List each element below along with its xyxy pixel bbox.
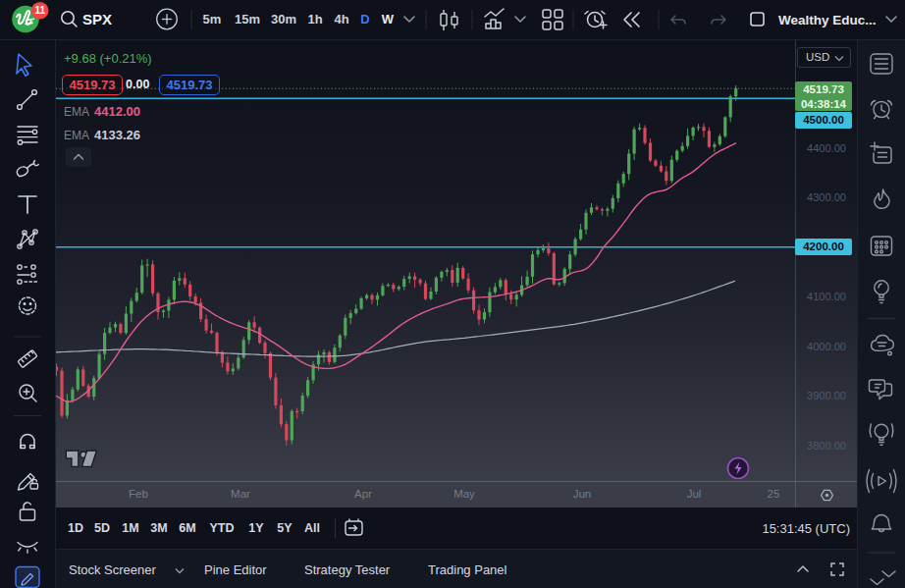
svg-text:11: 11 xyxy=(34,5,45,16)
svg-text:Wealthy Educ...: Wealthy Educ... xyxy=(778,13,877,27)
svg-text:SPX: SPX xyxy=(82,11,112,27)
